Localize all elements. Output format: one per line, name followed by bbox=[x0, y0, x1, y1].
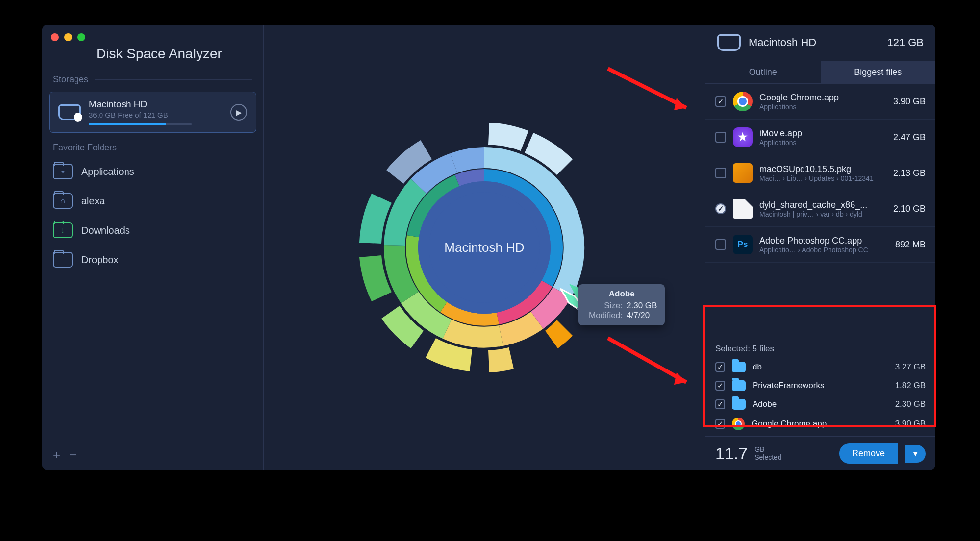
storages-section-label: Storages bbox=[42, 72, 263, 89]
bottom-bar: 11.7 GB Selected Remove ▼ bbox=[705, 436, 935, 470]
imovie-icon bbox=[733, 127, 753, 147]
file-path: Macintosh | priv… › var › db › dyld bbox=[759, 210, 886, 218]
file-path: Applications bbox=[759, 103, 886, 111]
file-path: Applications bbox=[759, 139, 886, 147]
annotation-highlight-box bbox=[703, 305, 936, 427]
sidebar: Disk Space Analyzer Storages Macintosh H… bbox=[42, 25, 264, 470]
file-row[interactable]: iMovie.app Applications 2.47 GB bbox=[705, 120, 935, 155]
drive-icon bbox=[717, 34, 741, 51]
storage-name: Macintosh HD bbox=[89, 99, 223, 110]
file-size: 2.13 GB bbox=[893, 168, 926, 178]
file-name: dyld_shared_cache_x86_... bbox=[759, 200, 886, 210]
right-header: Macintosh HD 121 GB bbox=[705, 25, 935, 61]
tab-biggest-files[interactable]: Biggest files bbox=[821, 61, 936, 83]
right-drive-name: Macintosh HD bbox=[749, 36, 879, 49]
sunburst-chart[interactable]: Macintosh HD bbox=[327, 91, 641, 404]
drive-icon bbox=[58, 104, 81, 120]
file-row[interactable]: macOSUpd10.15.5.pkg Maci… › Lib… › Updat… bbox=[705, 155, 935, 191]
sidebar-footer: + − bbox=[42, 440, 263, 470]
favorite-alexa[interactable]: ⌂ alexa bbox=[42, 186, 263, 216]
storage-free-line: 36.0 GB Free of 121 GB bbox=[89, 111, 223, 119]
remove-favorite-button[interactable]: − bbox=[69, 447, 76, 463]
hover-tooltip: Adobe Size:2.30 GB Modified:4/7/20 bbox=[578, 284, 665, 325]
file-row[interactable]: Google Chrome.app Applications 3.90 GB bbox=[705, 84, 935, 120]
package-icon bbox=[733, 163, 753, 183]
generic-file-icon bbox=[733, 199, 753, 219]
chrome-icon bbox=[733, 92, 753, 111]
add-favorite-button[interactable]: + bbox=[53, 447, 60, 463]
favorite-label: alexa bbox=[81, 196, 105, 207]
app-title: Disk Space Analyzer bbox=[42, 46, 263, 72]
minimize-window-button[interactable] bbox=[64, 33, 72, 41]
home-folder-icon: ⌂ bbox=[53, 193, 73, 209]
downloads-folder-icon: ↓ bbox=[53, 222, 73, 238]
file-size: 2.47 GB bbox=[893, 132, 926, 143]
annotation-arrow-icon bbox=[603, 333, 701, 397]
biggest-files-list: Google Chrome.app Applications 3.90 GB i… bbox=[705, 84, 935, 337]
right-tabs: Outline Biggest files bbox=[705, 61, 935, 84]
file-checkbox[interactable] bbox=[715, 239, 726, 250]
close-window-button[interactable] bbox=[51, 33, 59, 41]
tooltip-size-label: Size: bbox=[586, 301, 623, 311]
favorite-dropbox[interactable]: Dropbox bbox=[42, 245, 263, 274]
favorite-label: Downloads bbox=[81, 225, 130, 236]
applications-folder-icon: ⭑ bbox=[53, 164, 73, 179]
tab-outline[interactable]: Outline bbox=[705, 61, 821, 83]
scan-button[interactable]: ▶ bbox=[230, 104, 247, 121]
remove-dropdown-button[interactable]: ▼ bbox=[905, 445, 926, 463]
total-size-label: Selected bbox=[754, 454, 781, 461]
tooltip-size-value: 2.30 GB bbox=[627, 301, 657, 311]
file-name: macOSUpd10.15.5.pkg bbox=[759, 164, 886, 174]
annotation-arrow-icon bbox=[603, 64, 701, 123]
favorite-label: Applications bbox=[81, 166, 134, 177]
storage-usage-bar bbox=[89, 123, 192, 125]
total-size-number: 11.7 bbox=[715, 444, 748, 463]
favorites-section-label: Favorite Folders bbox=[42, 140, 263, 157]
storage-card-macintosh-hd[interactable]: Macintosh HD 36.0 GB Free of 121 GB ▶ bbox=[49, 92, 256, 133]
file-path: Maci… › Lib… › Updates › 001-12341 bbox=[759, 174, 886, 182]
file-checkbox[interactable] bbox=[715, 203, 726, 214]
file-checkbox[interactable] bbox=[715, 96, 726, 107]
total-size-unit: GB bbox=[754, 446, 781, 453]
file-name: Google Chrome.app bbox=[759, 93, 886, 103]
tooltip-modified-label: Modified: bbox=[586, 311, 623, 320]
photoshop-icon bbox=[733, 235, 753, 254]
svg-line-2 bbox=[608, 338, 686, 382]
file-row[interactable]: Adobe Photoshop CC.app Applicatio… › Ado… bbox=[705, 227, 935, 263]
favorite-label: Dropbox bbox=[81, 254, 119, 266]
file-checkbox[interactable] bbox=[715, 168, 726, 178]
storage-info: Macintosh HD 36.0 GB Free of 121 GB bbox=[89, 99, 223, 125]
right-drive-size: 121 GB bbox=[887, 36, 924, 49]
favorite-applications[interactable]: ⭑ Applications bbox=[42, 157, 263, 186]
maximize-window-button[interactable] bbox=[77, 33, 85, 41]
file-path: Applicatio… › Adobe Photoshop CC bbox=[759, 246, 888, 254]
window-controls bbox=[42, 31, 263, 46]
file-size: 2.10 GB bbox=[893, 204, 926, 214]
file-name: iMovie.app bbox=[759, 128, 886, 139]
remove-button[interactable]: Remove bbox=[839, 443, 898, 464]
file-size: 892 MB bbox=[895, 240, 926, 250]
favorite-downloads[interactable]: ↓ Downloads bbox=[42, 216, 263, 245]
tooltip-modified-value: 4/7/20 bbox=[627, 311, 650, 320]
tooltip-title: Adobe bbox=[586, 289, 657, 299]
svg-line-0 bbox=[608, 69, 686, 108]
file-row[interactable]: dyld_shared_cache_x86_... Macintosh | pr… bbox=[705, 191, 935, 227]
file-name: Adobe Photoshop CC.app bbox=[759, 236, 888, 246]
dropbox-folder-icon bbox=[53, 252, 73, 268]
sunburst-center-label[interactable]: Macintosh HD bbox=[418, 181, 551, 314]
file-checkbox[interactable] bbox=[715, 132, 726, 143]
file-size: 3.90 GB bbox=[893, 97, 926, 107]
